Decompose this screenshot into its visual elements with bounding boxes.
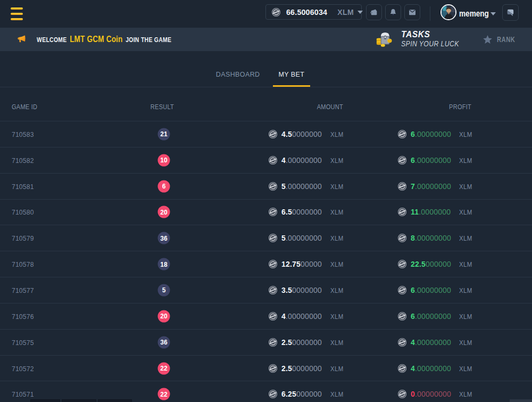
xlm-coin-icon <box>268 233 278 243</box>
table-row[interactable]: 710581 6 5.00000000 XLM 7.00000000 XLM <box>0 174 532 200</box>
tasks-title: TASKS <box>401 30 462 39</box>
balance-value: 66.5006034 <box>286 7 327 17</box>
bet-profit: 6.00000000 <box>411 312 451 321</box>
xlm-coin-icon <box>397 364 407 373</box>
xlm-coin-icon <box>268 311 278 321</box>
result-badge: 20 <box>158 206 170 218</box>
bet-profit: 7.00000000 <box>411 182 451 191</box>
xlm-coin-icon <box>397 155 407 165</box>
profit-currency: XLM <box>459 234 472 242</box>
my-bet-table: GAME ID RESULT AMOUNT PROFIT 710583 21 4… <box>0 87 532 402</box>
treasure-chest-icon <box>375 29 394 48</box>
hamburger-menu-icon[interactable] <box>11 7 23 20</box>
notifications-button[interactable] <box>385 4 401 20</box>
xlm-coin-icon <box>397 182 407 191</box>
xlm-coin-icon <box>397 285 407 295</box>
table-row[interactable]: 710572 22 2.50000000 XLM 4.00000000 XLM <box>0 356 532 382</box>
wallet-icon <box>370 8 378 17</box>
profit-currency: XLM <box>459 156 472 164</box>
topbar-divider <box>430 6 430 21</box>
table-row[interactable]: 710583 21 4.50000000 XLM 6.00000000 XLM <box>0 121 532 147</box>
amount-currency: XLM <box>330 364 344 372</box>
bet-profit: 6.00000000 <box>411 130 451 138</box>
messages-button[interactable] <box>404 4 420 20</box>
xlm-coin-icon <box>397 207 407 217</box>
balance-currency: XLM <box>337 8 354 17</box>
profit-currency: XLM <box>459 286 472 294</box>
xlm-coin-icon <box>268 129 278 139</box>
column-header-game-id: GAME ID <box>12 103 37 111</box>
tasks-widget[interactable]: TASKS SPIN YOUR LUCK <box>375 29 467 48</box>
bet-profit: 0.00000000 <box>411 390 451 398</box>
game-id: 710583 <box>12 130 34 138</box>
xlm-coin-icon <box>268 182 278 191</box>
bet-amount: 6.25000000 <box>281 390 322 398</box>
profit-currency: XLM <box>459 364 472 372</box>
announcement-bar: WELCOME LMT GCM Coin JOIN THE GAME TASKS… <box>0 28 532 51</box>
profit-currency: XLM <box>459 260 472 268</box>
profit-currency: XLM <box>459 312 472 320</box>
tasks-subtitle: SPIN YOUR LUCK <box>401 39 459 48</box>
xlm-coin-icon <box>268 207 278 217</box>
result-badge: 10 <box>158 154 170 166</box>
avatar-photo <box>442 5 455 19</box>
amount-currency: XLM <box>330 390 344 398</box>
user-menu-chevron-down-icon[interactable] <box>491 12 496 15</box>
result-badge: 36 <box>158 232 170 244</box>
top-bar: 66.5006034 XLM memeng <box>0 0 532 28</box>
bet-amount: 5.00000000 <box>281 182 322 191</box>
bet-amount: 6.50000000 <box>281 208 322 216</box>
brand-name: LMT GCM Coin <box>70 34 122 45</box>
rank-widget[interactable]: RANK <box>482 28 520 51</box>
profit-currency: XLM <box>459 390 472 398</box>
game-id: 710580 <box>12 208 34 216</box>
xlm-coin-icon <box>268 338 278 347</box>
table-row[interactable]: 710579 36 5.00000000 XLM 8.00000000 XLM <box>0 225 532 251</box>
announcement-text: WELCOME LMT GCM Coin JOIN THE GAME <box>37 28 171 51</box>
amount-currency: XLM <box>330 312 344 320</box>
chevron-down-icon <box>358 11 363 14</box>
game-id: 710578 <box>12 260 34 268</box>
bottom-cutoff-panel <box>510 399 532 402</box>
result-badge: 21 <box>158 128 170 140</box>
amount-currency: XLM <box>330 156 344 164</box>
result-badge: 22 <box>158 388 170 400</box>
table-row[interactable]: 710576 20 4.00000000 XLM 6.00000000 XLM <box>0 303 532 330</box>
bottom-cutoff-panel <box>98 399 132 402</box>
tab-dashboard[interactable]: DASHBOARD <box>210 62 266 87</box>
amount-currency: XLM <box>330 182 344 190</box>
bet-profit: 8.00000000 <box>411 234 451 242</box>
bet-amount: 4.00000000 <box>281 156 322 165</box>
wallet-button[interactable] <box>366 4 382 20</box>
tab-my-bet[interactable]: MY BET <box>273 62 311 87</box>
amount-currency: XLM <box>330 130 344 138</box>
tabs-bar: DASHBOARD MY BET <box>0 51 532 87</box>
xlm-coin-icon <box>268 389 278 399</box>
game-id: 710582 <box>12 156 34 164</box>
balance-selector[interactable]: 66.5006034 XLM <box>265 4 362 20</box>
table-row[interactable]: 710577 5 3.50000000 XLM 6.00000000 XLM <box>0 277 532 303</box>
bet-amount: 2.50000000 <box>281 364 322 373</box>
bell-icon <box>389 8 397 17</box>
result-badge: 20 <box>158 310 170 322</box>
chat-icon <box>506 8 515 17</box>
game-id: 710579 <box>12 234 34 242</box>
chat-button[interactable] <box>502 4 519 21</box>
username[interactable]: memeng <box>459 0 489 28</box>
bet-profit: 22.5000000 <box>411 260 451 268</box>
result-badge: 18 <box>158 258 170 270</box>
bottom-cutoff-panel <box>30 399 60 402</box>
table-row[interactable]: 710582 10 4.00000000 XLM 6.00000000 XLM <box>0 147 532 174</box>
table-row[interactable]: 710580 20 6.50000000 XLM 11.0000000 XLM <box>0 200 532 226</box>
bottom-cutoff-panel <box>62 399 96 402</box>
bet-amount: 5.00000000 <box>281 234 322 242</box>
table-row[interactable]: 710575 36 2.50000000 XLM 4.00000000 XLM <box>0 330 532 356</box>
user-avatar[interactable] <box>440 4 456 20</box>
xlm-coin-icon <box>397 311 407 321</box>
xlm-coin-icon <box>397 338 407 347</box>
profit-currency: XLM <box>459 208 472 216</box>
table-row[interactable]: 710578 18 12.7500000 XLM 22.5000000 XLM <box>0 251 532 277</box>
xlm-coin-icon <box>397 389 407 399</box>
column-header-result: RESULT <box>151 103 174 111</box>
bet-profit: 11.0000000 <box>411 208 451 216</box>
